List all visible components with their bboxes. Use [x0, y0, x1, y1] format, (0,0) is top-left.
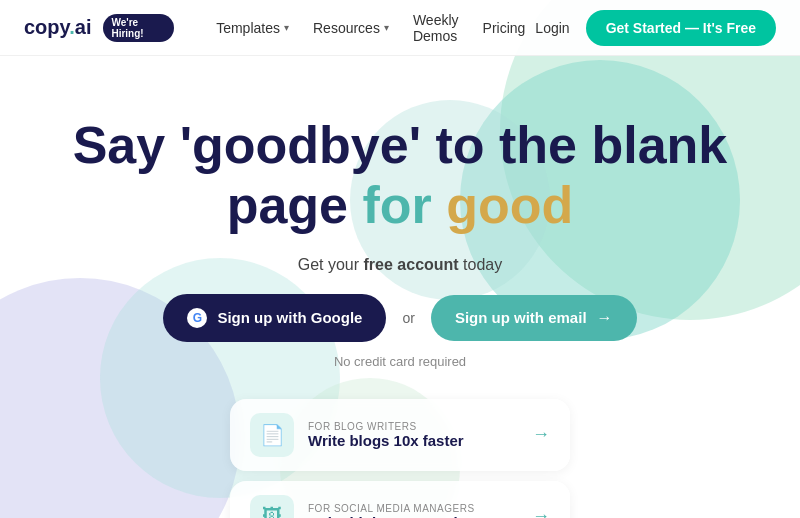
chevron-down-icon: ▾ [384, 22, 389, 33]
feature-cards: 📄 FOR BLOG WRITERS Write blogs 10x faste… [0, 399, 800, 518]
hiring-badge: We're Hiring! [103, 14, 174, 42]
login-button[interactable]: Login [535, 20, 569, 36]
social-icon-box: 🖼 [250, 495, 294, 518]
hero-for-text: for [362, 176, 431, 234]
get-started-button[interactable]: Get Started — It's Free [586, 10, 776, 46]
hero-section: Say 'goodbye' to the blank page for good… [0, 56, 800, 389]
blog-feature-text: FOR BLOG WRITERS Write blogs 10x faster [308, 421, 532, 449]
logo-text: copy.ai [24, 16, 91, 39]
signup-google-button[interactable]: G Sign up with Google [163, 294, 386, 342]
nav-resources[interactable]: Resources ▾ [303, 14, 399, 42]
arrow-icon: → [597, 309, 613, 327]
blog-label: FOR BLOG WRITERS [308, 421, 532, 432]
social-icon: 🖼 [262, 505, 282, 518]
logo[interactable]: copy.ai We're Hiring! [24, 14, 174, 42]
logo-dot: . [69, 16, 75, 38]
blog-arrow-icon: → [532, 424, 550, 445]
nav-links: Templates ▾ Resources ▾ Weekly Demos Pri… [206, 6, 535, 50]
hero-title: Say 'goodbye' to the blank page for good [73, 116, 728, 236]
blog-title: Write blogs 10x faster [308, 432, 532, 449]
feature-card-social[interactable]: 🖼 FOR SOCIAL MEDIA MANAGERS Write higher… [230, 481, 570, 518]
hero-buttons: G Sign up with Google or Sign up with em… [163, 294, 636, 342]
chevron-down-icon: ▾ [284, 22, 289, 33]
social-feature-text: FOR SOCIAL MEDIA MANAGERS Write higher c… [308, 503, 532, 518]
nav-pricing[interactable]: Pricing [473, 14, 536, 42]
hero-good-text: good [432, 176, 574, 234]
nav-right: Login Get Started — It's Free [535, 10, 776, 46]
hero-subtitle: Get your free account today [298, 256, 503, 274]
blog-icon-box: 📄 [250, 413, 294, 457]
feature-card-blog[interactable]: 📄 FOR BLOG WRITERS Write blogs 10x faste… [230, 399, 570, 471]
social-label: FOR SOCIAL MEDIA MANAGERS [308, 503, 532, 514]
no-credit-card-text: No credit card required [334, 354, 466, 369]
social-arrow-icon: → [532, 506, 550, 518]
signup-email-button[interactable]: Sign up with email → [431, 295, 637, 341]
nav-templates[interactable]: Templates ▾ [206, 14, 299, 42]
navbar: copy.ai We're Hiring! Templates ▾ Resour… [0, 0, 800, 56]
hero-title-line2: page for good [73, 176, 728, 236]
or-separator: or [402, 310, 414, 326]
nav-weekly-demos[interactable]: Weekly Demos [403, 6, 469, 50]
social-title: Write higher converting posts [308, 514, 532, 518]
google-icon: G [187, 308, 207, 328]
blog-icon: 📄 [260, 423, 285, 447]
